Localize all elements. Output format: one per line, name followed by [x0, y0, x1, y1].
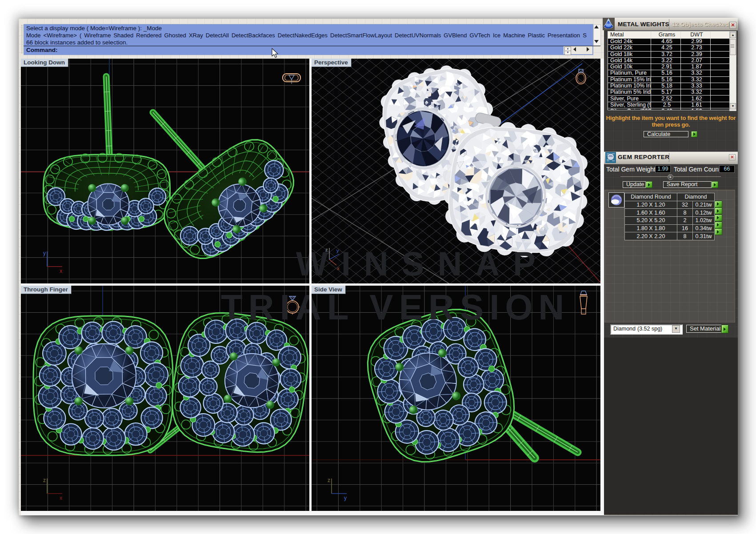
svg-text:y: y [43, 250, 46, 256]
svg-text:z: z [43, 477, 46, 483]
svg-text:z: z [328, 477, 330, 483]
svg-text:x: x [60, 495, 62, 501]
svg-text:x: x [60, 268, 62, 274]
svg-text:y: y [344, 495, 347, 501]
